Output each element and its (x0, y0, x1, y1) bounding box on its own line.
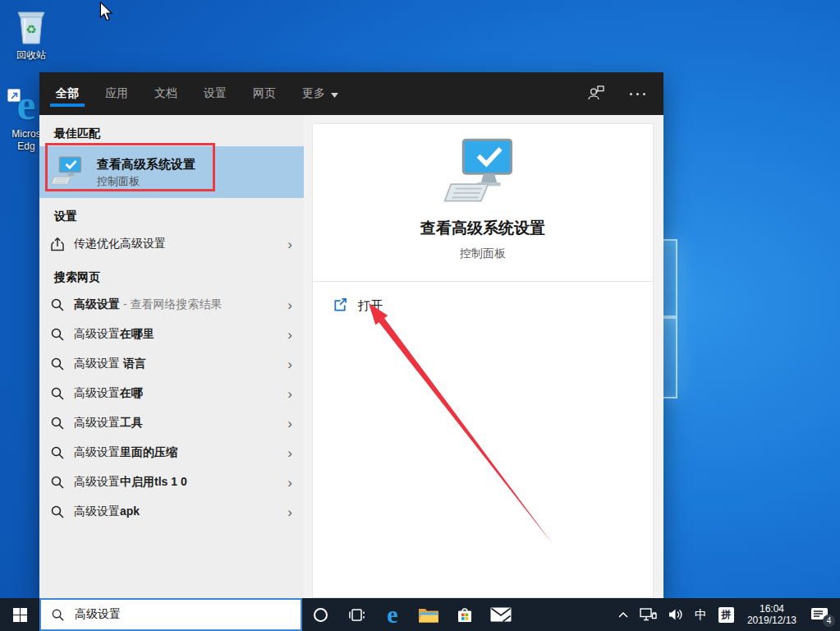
tab-settings[interactable]: 设置 (202, 72, 228, 115)
web-search-item[interactable]: 高级设置里面的压缩 › (39, 438, 304, 467)
preview-title: 查看高级系统设置 (313, 218, 653, 239)
preview-subtitle: 控制面板 (313, 246, 653, 261)
tab-apps[interactable]: 应用 (103, 72, 130, 115)
web-search-item[interactable]: 高级设置工具 › (39, 408, 304, 438)
account-icon[interactable] (587, 84, 605, 104)
best-match-header: 最佳匹配 (39, 115, 304, 146)
chevron-right-icon[interactable]: › (287, 446, 292, 460)
best-match-result[interactable]: 查看高级系统设置 控制面板 (39, 146, 304, 198)
search-icon (49, 504, 66, 519)
store-button[interactable] (447, 598, 483, 631)
edge-icon: e (387, 602, 397, 627)
mail-icon (490, 607, 512, 622)
search-icon (51, 608, 65, 622)
search-icon (49, 357, 66, 371)
chevron-right-icon[interactable]: › (287, 328, 292, 342)
search-filter-bar: 全部 应用 文档 设置 网页 更多 (39, 72, 663, 115)
edge-taskbar-button[interactable]: e (374, 598, 411, 631)
desktop-icon-recycle-bin[interactable]: ♻ 回收站 (8, 3, 54, 62)
mail-button[interactable] (483, 598, 519, 631)
search-icon (49, 475, 66, 490)
screen: ♻ 回收站 e Micros Edg 全部 应用 文档 设置 网页 更多 (0, 0, 840, 631)
best-match-title: 查看高级系统设置 (97, 156, 195, 172)
chevron-right-icon[interactable]: › (287, 387, 292, 401)
store-icon (456, 606, 474, 624)
svg-text:♻: ♻ (25, 22, 36, 36)
clock[interactable]: 16:04 2019/12/13 (740, 598, 804, 631)
volume-icon[interactable] (663, 598, 689, 631)
tab-all[interactable]: 全部 (54, 72, 80, 115)
tab-web[interactable]: 网页 (251, 72, 278, 115)
search-icon (49, 416, 66, 431)
search-icon (49, 386, 66, 401)
wallpaper-window-pane (662, 317, 677, 398)
cortana-button[interactable] (302, 598, 338, 631)
network-icon[interactable] (634, 598, 663, 631)
ime-layout-indicator[interactable]: 拼 (713, 598, 740, 631)
search-icon (49, 297, 66, 312)
tab-documents[interactable]: 文档 (153, 72, 179, 115)
divider (313, 281, 653, 282)
chevron-right-icon[interactable]: › (287, 417, 292, 431)
chevron-right-icon[interactable]: › (287, 476, 292, 490)
open-external-icon (333, 297, 348, 316)
tab-more[interactable]: 更多 (301, 72, 340, 115)
web-search-item[interactable]: 高级设置 语言 › (39, 349, 304, 379)
wallpaper-window-pane (662, 239, 677, 317)
open-label: 打开 (358, 298, 383, 314)
system-settings-icon (51, 155, 85, 190)
search-icon (49, 327, 66, 342)
more-options-icon[interactable] (627, 90, 649, 99)
web-search-item[interactable]: 高级设置apk › (39, 497, 304, 527)
search-results-list: 最佳匹配 查看高级系统设置 控制面板 设置 (39, 115, 304, 598)
taskbar-search-box[interactable] (39, 598, 302, 631)
result-preview-pane: 查看高级系统设置 控制面板 打开 (312, 123, 654, 598)
folder-icon (418, 606, 439, 624)
file-explorer-button[interactable] (411, 598, 447, 631)
settings-result-label: 传递优化高级设置 (74, 237, 166, 251)
delivery-optimization-icon (49, 236, 66, 252)
ime-mode-indicator[interactable]: 中 (689, 598, 713, 631)
tray-show-hidden-icons[interactable] (613, 598, 634, 631)
settings-section-header: 设置 (39, 198, 304, 229)
tray-date: 2019/12/13 (747, 615, 796, 626)
tray-time: 16:04 (760, 603, 784, 615)
chevron-right-icon[interactable]: › (287, 357, 292, 371)
web-search-section-header: 搜索网页 (39, 259, 304, 290)
chevron-right-icon[interactable]: › (287, 505, 292, 519)
web-search-item[interactable]: 高级设置在哪里 › (39, 320, 304, 349)
search-input[interactable] (73, 607, 282, 622)
system-settings-large-icon (443, 193, 522, 207)
action-center-button[interactable]: 4 (804, 598, 840, 631)
chevron-right-icon[interactable]: › (287, 298, 292, 312)
start-button[interactable] (0, 598, 39, 631)
chevron-right-icon[interactable]: › (287, 237, 292, 251)
shortcut-arrow-icon (7, 89, 21, 102)
open-action[interactable]: 打开 (333, 297, 653, 316)
web-search-item[interactable]: 高级设置 - 查看网络搜索结果 › (39, 290, 304, 320)
recycle-bin-label: 回收站 (8, 49, 54, 62)
search-flyout-panel: 全部 应用 文档 设置 网页 更多 (39, 72, 663, 598)
settings-result-delivery-optimization[interactable]: 传递优化高级设置 › (39, 229, 304, 259)
task-view-button[interactable] (338, 598, 374, 631)
recycle-bin-icon: ♻ (8, 3, 54, 49)
web-search-item[interactable]: 高级设置在哪 › (39, 379, 304, 408)
notification-count-badge: 4 (823, 615, 835, 627)
web-search-item[interactable]: 高级设置中启用tls 1 0 › (39, 467, 304, 497)
chevron-down-icon (331, 87, 338, 100)
best-match-subtitle: 控制面板 (97, 174, 195, 189)
taskbar: e (0, 598, 840, 631)
search-icon (49, 445, 66, 460)
